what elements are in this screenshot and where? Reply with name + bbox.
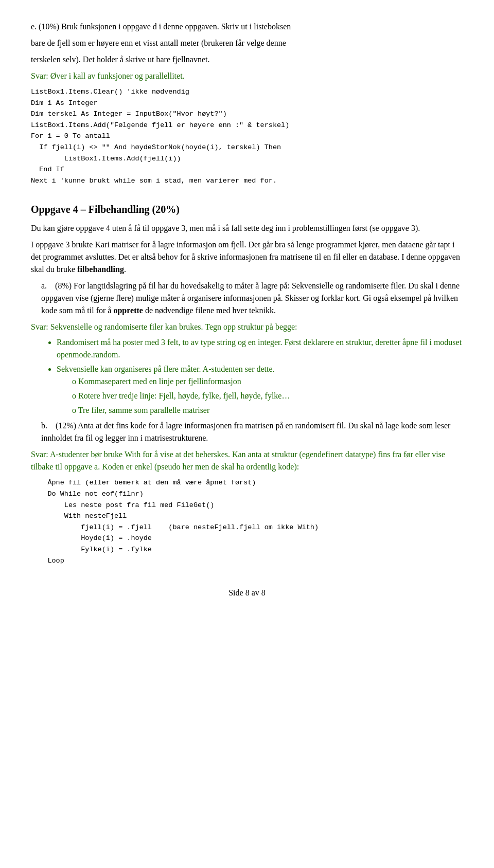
- answer-a-line1: Svar: Sekvensielle og randomiserte filer…: [31, 321, 463, 333]
- intro-line1: e. (10%) Bruk funksjonen i oppgave d i d…: [31, 21, 463, 33]
- item-a-label: a.: [41, 281, 47, 290]
- page-content: e. (10%) Bruk funksjonen i oppgave d i d…: [31, 21, 463, 599]
- intro-line3: terskelen selv). Det holder å skrive ut …: [31, 53, 463, 66]
- answer-b-line1: Svar: A-studenter bør bruke With for å v…: [31, 448, 463, 473]
- sub-bullet-a-2: Rotere hver tredje linje: Fjell, høyde, …: [72, 390, 463, 402]
- section4-para1: Du kan gjøre oppgave 4 uten å få til opp…: [31, 222, 463, 234]
- bullets-a-list: Randomisert må ha poster med 3 felt, to …: [57, 336, 463, 417]
- bullet-a-1: Randomisert må ha poster med 3 felt, to …: [57, 336, 463, 361]
- page-footer: Side 8 av 8: [31, 587, 463, 599]
- footer-text: Side 8 av 8: [228, 588, 266, 597]
- item-b-body: (12%) Anta at det fins kode for å lagre …: [41, 421, 450, 442]
- item-b-text: b. (12%) Anta at det fins kode for å lag…: [41, 420, 463, 444]
- section4-para2-end: .: [124, 265, 126, 274]
- code-block-1: ListBox1.Items.Clear() 'ikke nødvendig D…: [31, 86, 463, 186]
- item-b-label: b.: [41, 421, 47, 430]
- item-a-text: a. (8%) For langtidslagring på fil har d…: [41, 280, 463, 317]
- answer-intro: Svar: Øver i kall av funksjoner og paral…: [31, 70, 463, 82]
- item-a-text2: de nødvendige filene med hver teknikk.: [145, 306, 276, 315]
- item-b-container: b. (12%) Anta at det fins kode for å lag…: [41, 420, 463, 444]
- bullet-a-2: Sekvensielle kan organiseres på flere må…: [57, 363, 463, 417]
- code-block-2: Åpne fil (eller bemerk at den må være åp…: [31, 477, 463, 566]
- sub-bullet-a-1: Kommaseparert med en linje per fjellinfo…: [72, 375, 463, 388]
- item-a-bold: opprette: [113, 306, 143, 315]
- sub-bullet-a-3: Tre filer, samme som parallelle matriser: [72, 404, 463, 417]
- section4-heading: Oppgave 4 – Filbehandling (20%): [31, 202, 463, 217]
- section4-para2-bold: filbehandling: [77, 265, 124, 274]
- item-a-container: a. (8%) For langtidslagring på fil har d…: [41, 280, 463, 317]
- intro-line2: bare de fjell som er høyere enn et visst…: [31, 37, 463, 49]
- section4-para2: I oppgave 3 brukte Kari matriser for å l…: [31, 239, 463, 276]
- sub-bullets-a: Kommaseparert med en linje per fjellinfo…: [72, 375, 463, 417]
